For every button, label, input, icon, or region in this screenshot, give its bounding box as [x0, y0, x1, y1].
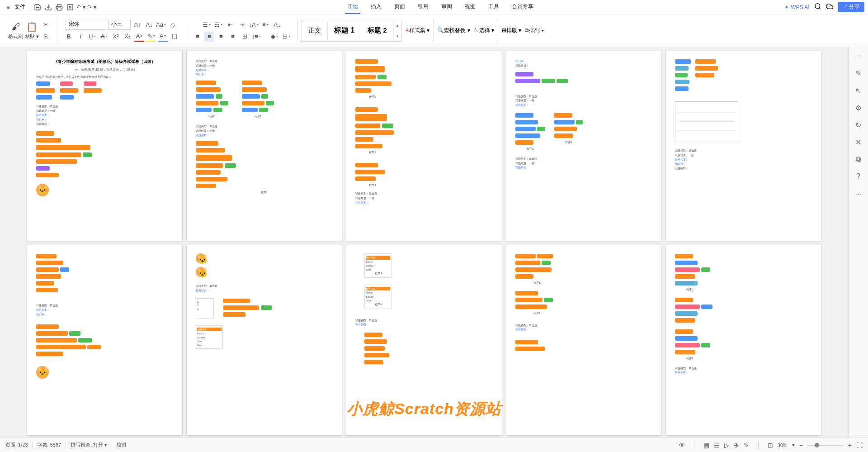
view-web-icon[interactable]: ⊕	[734, 442, 739, 449]
layout-button[interactable]: ⊞排版 ▾	[502, 27, 521, 34]
find-replace-button[interactable]: 🔍查找替换 ▾	[437, 27, 470, 34]
zoom-minus-icon[interactable]: −	[854, 52, 863, 61]
style-down-icon[interactable]: ▾	[394, 31, 401, 42]
svg-line-5	[819, 8, 821, 9]
align-left-icon[interactable]: ≡	[193, 32, 203, 42]
settings-icon[interactable]: ⚙	[854, 103, 863, 112]
style-heading1[interactable]: 标题 1	[328, 20, 361, 41]
style-gallery[interactable]: 正文 标题 1 标题 2 ▴▾	[302, 20, 402, 42]
focus-icon[interactable]: ⊡	[768, 442, 773, 449]
fill-color-icon[interactable]: ◆	[269, 32, 279, 42]
increase-font-icon[interactable]: A↑	[132, 20, 142, 30]
cursor-icon[interactable]: ↖	[854, 86, 863, 95]
style-normal[interactable]: 正文	[302, 20, 328, 41]
cat-sprite-icon	[36, 366, 49, 379]
save-icon[interactable]	[33, 3, 42, 12]
superscript-icon[interactable]: X²	[111, 32, 121, 42]
style-heading2[interactable]: 标题 2	[361, 20, 394, 41]
redo-icon[interactable]: ↷ ▾	[87, 3, 96, 12]
strike-icon[interactable]: A	[99, 32, 109, 42]
page-1: 《青少年编程等级考试（图形化）等级考试试卷（四级） 一、单选题(共 25 题，每…	[27, 51, 182, 241]
decrease-font-icon[interactable]: A↓	[144, 20, 154, 30]
view-edit-icon[interactable]: ✎	[744, 442, 749, 449]
help-icon[interactable]: ?	[854, 172, 863, 181]
change-case-icon[interactable]: Aa	[156, 20, 166, 30]
wps-ai-button[interactable]: ✦ WPS AI	[784, 4, 809, 10]
file-menu[interactable]: 文件	[14, 3, 25, 11]
word-count[interactable]: 字数: 5567	[38, 442, 61, 448]
crossed-tools-icon[interactable]: ✕	[854, 138, 863, 147]
bullet-list-icon[interactable]: ☰	[202, 20, 212, 30]
number-list-icon[interactable]: ☷	[213, 20, 223, 30]
circle-arrow-icon[interactable]: ↻	[854, 120, 863, 129]
select-button[interactable]: ↖选择 ▾	[474, 27, 494, 34]
tab-view[interactable]: 视图	[463, 0, 477, 14]
align-justify-icon[interactable]: ≡	[228, 32, 238, 42]
format-painter-button[interactable]: 🖌格式刷	[8, 22, 23, 40]
style-up-icon[interactable]: ▴	[394, 20, 401, 31]
tab-reference[interactable]: 引用	[416, 0, 430, 14]
tab-review[interactable]: 审阅	[439, 0, 454, 14]
tab-member[interactable]: 会员专享	[510, 0, 535, 14]
view-page-icon[interactable]: ▤	[703, 442, 709, 449]
page-7: 试题类型：单选题 标准答案： A B C	[187, 245, 342, 435]
sort-icon[interactable]: A↓	[272, 20, 282, 30]
share-button[interactable]: ↗ 分享	[838, 2, 864, 12]
font-size-select[interactable]: 小三	[108, 20, 131, 30]
line-spacing-icon[interactable]: ↕≡	[251, 32, 261, 42]
copy-icon[interactable]: ⎘	[41, 32, 51, 42]
highlight-icon[interactable]: ✎	[146, 32, 156, 42]
tab-insert[interactable]: 插入	[369, 0, 383, 14]
cloud-icon[interactable]	[826, 3, 833, 11]
print-preview-icon[interactable]	[66, 3, 75, 12]
underline-icon[interactable]: U	[87, 32, 97, 42]
border-style-icon[interactable]: ⊞	[281, 32, 291, 42]
proofread-status[interactable]: 校对	[117, 442, 127, 448]
more-icon[interactable]: ⋯	[854, 189, 863, 198]
arrange-button[interactable]: ⧉排列 ▾	[525, 27, 543, 34]
layers-icon[interactable]: ⧉	[854, 155, 863, 164]
search-icon[interactable]	[814, 3, 821, 11]
export-icon[interactable]	[44, 3, 53, 12]
decrease-indent-icon[interactable]: ⇤	[225, 20, 235, 30]
page-6: 试题类型：单选题 标准答案： 知识点：	[27, 245, 182, 435]
undo-icon[interactable]: ↶ ▾	[76, 3, 85, 12]
zoom-level[interactable]: 30%	[778, 442, 788, 448]
align-center-icon[interactable]: ≡	[204, 32, 214, 42]
print-icon[interactable]	[55, 3, 64, 12]
clear-format-icon[interactable]: ◇	[168, 20, 178, 30]
page-2: 试题类型：单选题 试题难度：一般 标准答案： 知识点： 程序1	[187, 51, 342, 241]
page-indicator[interactable]: 页面: 1/23	[5, 442, 28, 448]
pencil-icon[interactable]: ✎	[854, 69, 863, 78]
svg-rect-1	[57, 8, 61, 10]
font-color-icon[interactable]: A	[134, 32, 144, 42]
line-spacing-up-icon[interactable]: ≡	[260, 20, 270, 30]
fullscreen-icon[interactable]: ⛶	[856, 442, 863, 449]
text-direction-icon[interactable]: ↕A	[249, 20, 259, 30]
increase-indent-icon[interactable]: ⇥	[237, 20, 247, 30]
bold-icon[interactable]: B	[64, 32, 74, 42]
tab-page[interactable]: 页面	[392, 0, 407, 14]
subscript-icon[interactable]: X₂	[123, 32, 132, 42]
border-icon[interactable]: 囗	[170, 32, 179, 42]
shading-icon[interactable]: A	[158, 32, 168, 42]
zoom-in-icon[interactable]: +	[848, 442, 852, 449]
zoom-slider[interactable]	[807, 445, 844, 446]
font-name-select[interactable]: 宋体	[66, 20, 106, 30]
style-set-button[interactable]: A样式集 ▾	[406, 27, 429, 34]
page-8: 编程语言 Python Scratch Java 程序3 编程语言 Python…	[346, 245, 501, 435]
cut-icon[interactable]: ✂	[41, 20, 51, 30]
zoom-out-icon[interactable]: −	[799, 442, 803, 449]
distribute-icon[interactable]: ⊞	[240, 32, 250, 42]
align-right-icon[interactable]: ≡	[216, 32, 226, 42]
tab-start[interactable]: 开始	[345, 0, 360, 14]
tab-tools[interactable]: 工具	[486, 0, 501, 14]
menu-icon[interactable]: ≡	[4, 3, 13, 12]
view-read-icon[interactable]: ▷	[724, 442, 729, 449]
italic-icon[interactable]: I	[75, 32, 85, 42]
view-outline-icon[interactable]: ☰	[714, 442, 720, 449]
spell-check-status[interactable]: 拼写检查: 打开 ▾	[71, 442, 107, 448]
eye-icon[interactable]: 👁	[679, 442, 685, 449]
document-canvas[interactable]: 《青少年编程等级考试（图形化）等级考试试卷（四级） 一、单选题(共 25 题，每…	[0, 47, 848, 438]
paste-button[interactable]: 📋粘贴 ▾	[25, 21, 39, 40]
